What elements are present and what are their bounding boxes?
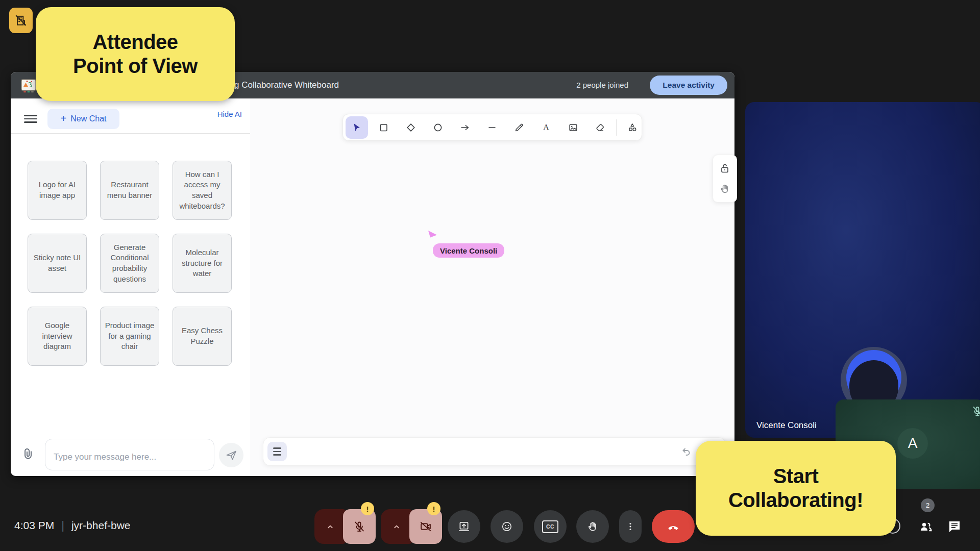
raise-hand-button[interactable] [576, 510, 609, 543]
leave-activity-button[interactable]: Leave activity [650, 76, 727, 95]
suggestion-card[interactable]: Generate Conditional probability questio… [100, 234, 159, 293]
sticky-line: Collaborating! [728, 488, 863, 512]
people-icon [918, 518, 934, 535]
pencil-tool[interactable] [508, 116, 530, 139]
reactions-button[interactable] [491, 510, 523, 543]
pan-hand-tool[interactable] [718, 182, 732, 196]
whiteboard-app-icon [20, 77, 37, 93]
suggestion-cards: Logo for AI image app Restaurant menu ba… [28, 161, 234, 366]
camera-off-icon [419, 520, 432, 533]
present-screen-button[interactable] [448, 510, 480, 543]
participant-video-tile[interactable]: Vicente Consoli [745, 102, 980, 438]
toolbar-divider [616, 119, 617, 136]
suggestion-card[interactable]: How can I access my saved whiteboards? [173, 161, 232, 220]
ai-chat-sidebar: + New Chat Hide AI Logo for AI image app… [11, 98, 251, 476]
participant-name: Vicente Consoli [756, 420, 817, 431]
suggestion-card[interactable]: Molecular structure for water [173, 234, 232, 293]
eraser-tool[interactable] [589, 116, 611, 139]
new-chat-label: New Chat [70, 114, 106, 123]
suggestion-card[interactable]: Restaurant menu banner [100, 161, 159, 220]
whiteboard-activity-window: g Collaborative Whiteboard 2 people join… [11, 72, 734, 476]
diamond-tool[interactable] [400, 116, 422, 139]
participant-count-badge: 2 [921, 498, 935, 512]
select-tool[interactable] [346, 116, 368, 139]
prompt-menu-button[interactable] [267, 442, 287, 461]
activity-title: g Collaborative Whiteboard [234, 72, 339, 98]
rectangle-tool[interactable] [373, 116, 395, 139]
cc-icon: CC [542, 520, 558, 533]
smiley-icon [500, 520, 513, 533]
people-joined-status: 2 people joined [576, 72, 628, 98]
sticky-line: Attendee [92, 30, 178, 54]
image-tool[interactable] [562, 116, 584, 139]
suggestion-card[interactable]: Sticky note UI asset [28, 234, 87, 293]
new-chat-button[interactable]: + New Chat [47, 109, 119, 129]
whiteboard-canvas[interactable]: A [250, 98, 734, 476]
suggestion-card[interactable]: Logo for AI image app [28, 161, 87, 220]
ellipse-tool[interactable] [427, 116, 449, 139]
undo-icon[interactable] [680, 445, 693, 458]
text-tool-glyph: A [543, 122, 549, 132]
canvas-prompt-bar[interactable] [263, 437, 726, 466]
self-mic-muted-icon [971, 405, 980, 418]
present-screen-icon [457, 520, 471, 533]
annotation-sticky-start-collaborating: Start Collaborating! [696, 441, 896, 536]
chat-message-input[interactable] [45, 439, 214, 470]
self-avatar: A [897, 428, 928, 459]
camera-warning-badge: ! [427, 502, 440, 515]
shapes-library-tool[interactable] [621, 116, 644, 139]
send-message-button[interactable] [219, 443, 243, 467]
clock-time: 4:03 PM [14, 519, 54, 532]
lock-toggle[interactable] [718, 161, 732, 176]
self-avatar-initial: A [908, 435, 918, 452]
mic-options-button[interactable] [314, 509, 346, 544]
sidebar-divider [11, 133, 250, 134]
more-options-button[interactable] [619, 510, 642, 543]
text-tool[interactable]: A [535, 116, 557, 139]
plus-icon: + [61, 113, 67, 124]
sticky-line: Start [773, 464, 819, 488]
suggestion-card[interactable]: Google interview diagram [28, 307, 87, 366]
mic-off-icon [353, 520, 366, 533]
remote-cursor-name-tag: Vicente Consoli [433, 243, 504, 258]
chat-icon [946, 518, 963, 535]
suggestion-card[interactable]: Easy Chess Puzzle [173, 307, 232, 366]
canvas-side-panel [713, 155, 737, 203]
more-vertical-icon [625, 521, 636, 532]
chat-panel-button[interactable] [945, 517, 964, 536]
drawing-toolbar: A [342, 114, 642, 141]
line-tool[interactable] [481, 116, 503, 139]
sticky-line: Point of View [73, 54, 198, 78]
attach-file-icon[interactable] [21, 447, 35, 461]
suggestion-card[interactable]: Product image for a gaming chair [100, 307, 159, 366]
captions-button[interactable]: CC [534, 510, 567, 543]
meeting-code: jyr-bhef-bwe [71, 519, 131, 532]
arrow-tool[interactable] [454, 116, 476, 139]
meeting-time-and-code: 4:03 PM | jyr-bhef-bwe [14, 519, 130, 532]
remote-cursor-icon [427, 230, 439, 242]
annotation-sticky-attendee-pov: Attendee Point of View [36, 7, 235, 101]
camera-options-button[interactable] [381, 509, 412, 544]
chat-menu-button[interactable] [24, 113, 37, 125]
companion-mode-chip[interactable] [9, 8, 33, 33]
raise-hand-icon [586, 520, 599, 533]
separator: | [61, 519, 64, 532]
building-off-icon [14, 14, 28, 27]
hide-ai-link[interactable]: Hide AI [217, 110, 242, 118]
mic-warning-badge: ! [361, 502, 374, 515]
meet-screen: g Collaborative Whiteboard 2 people join… [0, 0, 980, 551]
people-panel-button[interactable] [917, 517, 935, 536]
send-icon [225, 449, 237, 461]
end-call-icon [666, 519, 681, 534]
end-call-button[interactable] [652, 510, 695, 543]
